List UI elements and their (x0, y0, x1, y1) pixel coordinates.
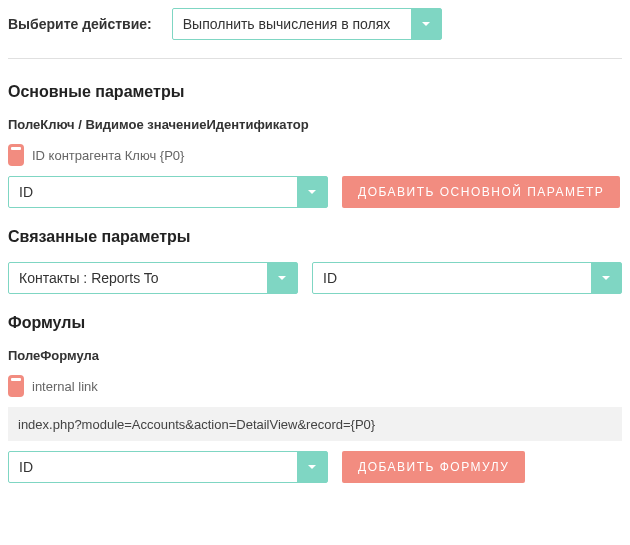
divider (8, 58, 622, 59)
choose-action-label: Выберите действие: (8, 16, 152, 32)
formulas-subhead: ПолеФормула (8, 348, 622, 363)
formula-field-value: ID (9, 452, 297, 482)
main-param-field-value: ID (9, 177, 297, 207)
linked-params-heading: Связанные параметры (8, 228, 622, 246)
delete-icon[interactable] (8, 144, 24, 166)
main-params-heading: Основные параметры (8, 83, 622, 101)
add-formula-button[interactable]: ДОБАВИТЬ ФОРМУЛУ (342, 451, 525, 483)
formulas-heading: Формулы (8, 314, 622, 332)
linked-relation-select[interactable]: Контакты : Reports To (8, 262, 298, 294)
chevron-down-icon[interactable] (297, 177, 327, 207)
linked-field-value: ID (313, 263, 591, 293)
formula-chip-label: internal link (32, 379, 98, 394)
linked-field-select[interactable]: ID (312, 262, 622, 294)
delete-icon[interactable] (8, 375, 24, 397)
formula-field-select[interactable]: ID (8, 451, 328, 483)
main-params-subhead: ПолеКлюч / Видимое значениеИдентификатор (8, 117, 622, 132)
chevron-down-icon[interactable] (591, 263, 621, 293)
linked-relation-value: Контакты : Reports To (9, 263, 267, 293)
chevron-down-icon[interactable] (297, 452, 327, 482)
action-select[interactable]: Выполнить вычисления в полях (172, 8, 442, 40)
formula-expression-value: index.php?module=Accounts&action=DetailV… (18, 417, 375, 432)
chevron-down-icon[interactable] (411, 9, 441, 39)
add-main-param-button[interactable]: ДОБАВИТЬ ОСНОВНОЙ ПАРАМЕТР (342, 176, 620, 208)
formula-expression-input[interactable]: index.php?module=Accounts&action=DetailV… (8, 407, 622, 441)
action-select-value: Выполнить вычисления в полях (173, 9, 411, 39)
main-param-chip-label: ID контрагента Ключ {P0} (32, 148, 184, 163)
chevron-down-icon[interactable] (267, 263, 297, 293)
main-param-field-select[interactable]: ID (8, 176, 328, 208)
